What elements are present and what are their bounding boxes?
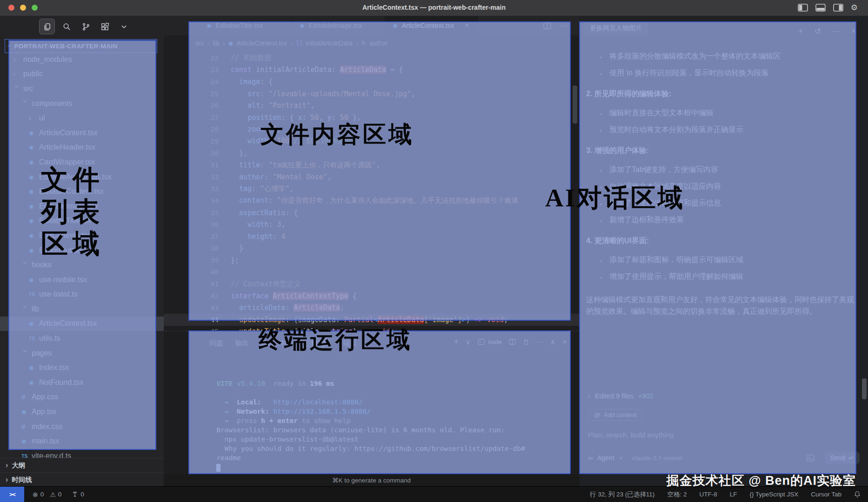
window-title: ArticleContext.tsx — portrait-web-crafte… [0, 4, 868, 11]
explorer-files-icon[interactable] [39, 19, 55, 34]
chevron-right-icon: › [6, 461, 8, 469]
warnings-count: 0 [58, 491, 62, 498]
annotation-label-file-content: 文件内容区域 [260, 119, 414, 150]
annotation-box-ai-chat [579, 21, 856, 474]
status-item[interactable]: LF [730, 491, 737, 498]
settings-gear-icon[interactable]: ⚙ [851, 4, 858, 12]
outline-label: 大纲 [12, 461, 25, 470]
titlebar: ArticleContext.tsx — portrait-web-crafte… [0, 0, 868, 16]
ports-indicator[interactable]: 0 [72, 491, 84, 498]
annotation-label-ai-chat: AI对话区域 [545, 181, 685, 215]
timeline-label: 时间线 [12, 476, 32, 484]
toggle-left-sidebar-icon[interactable] [798, 4, 808, 12]
toggle-bottom-panel-icon[interactable] [815, 4, 826, 12]
search-icon[interactable] [59, 19, 74, 34]
status-item[interactable]: 空格: 2 [667, 490, 687, 499]
outline-section[interactable]: › 大纲 [0, 458, 164, 472]
remote-indicator[interactable]: >< [0, 487, 24, 502]
status-bar-right: 行 32, 列 23 (已选择11)空格: 2UTF-8LF{} TypeScr… [590, 490, 861, 499]
status-item[interactable]: Cursor Tab [811, 491, 841, 498]
cursor-editor-window: ArticleContext.tsx — portrait-web-crafte… [0, 0, 868, 502]
terminal-command-hint: ⌘K to generate a command [164, 474, 579, 487]
problems-indicator[interactable]: ⊗ 0 ⚠ 0 [33, 491, 61, 498]
errors-icon: ⊗ [33, 491, 38, 498]
timeline-section[interactable]: › 时间线 [0, 472, 164, 487]
activity-bar [39, 19, 131, 34]
warnings-icon: ⚠ [50, 491, 56, 498]
watermark: 掘金技术社区 @ Ben的AI实验室 [667, 472, 856, 489]
source-control-icon[interactable] [78, 19, 93, 34]
notifications-bell-icon[interactable] [854, 491, 861, 498]
chevron-down-icon[interactable] [116, 19, 131, 34]
extensions-icon[interactable] [97, 19, 112, 34]
ports-count: 0 [80, 491, 84, 498]
errors-count: 0 [40, 491, 44, 498]
status-item[interactable]: 行 32, 列 23 (已选择11) [590, 490, 654, 499]
editor-scrollbar-thumb[interactable] [573, 86, 577, 124]
chevron-right-icon: › [6, 476, 8, 484]
chat-scrollbar-thumb[interactable] [862, 378, 867, 399]
annotation-box-file-content [188, 21, 571, 321]
status-item[interactable]: {} TypeScript JSX [749, 491, 798, 498]
annotation-label-file-list: 文件 列表 区域 [41, 164, 104, 260]
sidebar-bottom-sections: › 大纲 › 时间线 [0, 458, 164, 487]
toggle-right-sidebar-icon[interactable] [833, 4, 843, 12]
annotation-label-terminal: 终端运行区域 [259, 324, 412, 356]
status-item[interactable]: UTF-8 [699, 491, 717, 498]
